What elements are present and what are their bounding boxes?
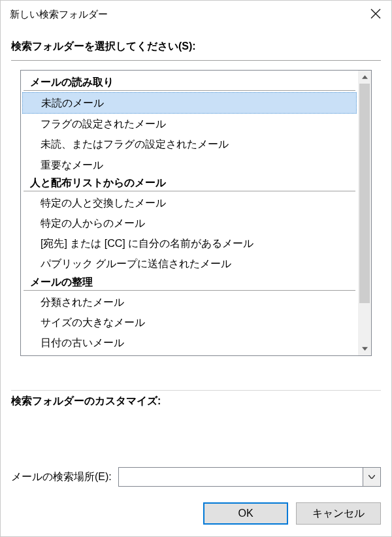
search-location-row: メールの検索場所(E): [1, 415, 391, 491]
search-location-combobox[interactable] [118, 467, 381, 487]
scroll-down-button[interactable] [358, 342, 371, 355]
list-item[interactable]: [宛先] または [CC] に自分の名前があるメール [22, 233, 357, 253]
close-icon [370, 8, 381, 19]
list-inner: メールの読み取り未読のメールフラグの設定されたメール未読、またはフラグの設定され… [21, 71, 358, 355]
chevron-up-icon [362, 75, 368, 79]
list-item[interactable]: 分類されたメール [22, 292, 357, 312]
customize-label: 検索フォルダーのカスタマイズ: [11, 395, 381, 408]
divider [11, 390, 381, 391]
list-item[interactable]: 日付の古いメール [22, 333, 357, 353]
list-group-header: メールの読み取り [24, 74, 355, 91]
scroll-thumb[interactable] [359, 84, 370, 303]
new-search-folder-dialog: 新しい検索フォルダー 検索フォルダーを選択してください(S): メールの読み取り… [0, 0, 392, 537]
chevron-down-icon [368, 475, 375, 479]
scrollbar[interactable] [358, 71, 371, 355]
select-folder-label: 検索フォルダーを選択してください(S): [11, 40, 381, 54]
search-location-input[interactable] [118, 467, 363, 487]
titlebar: 新しい検索フォルダー [1, 1, 391, 32]
chevron-down-icon [362, 347, 368, 351]
search-folder-list[interactable]: メールの読み取り未読のメールフラグの設定されたメール未読、またはフラグの設定され… [20, 70, 372, 356]
list-group-header: メールの整理 [24, 274, 355, 291]
dialog-content: 検索フォルダーを選択してください(S): メールの読み取り未読のメールフラグの設… [1, 32, 391, 386]
list-item[interactable]: 重要なメール [22, 155, 357, 175]
scroll-track[interactable] [358, 84, 371, 342]
list-item[interactable]: サイズの大きなメール [22, 312, 357, 333]
ok-button[interactable]: OK [203, 502, 288, 525]
list-group-header: 人と配布リストからのメール [24, 175, 355, 191]
close-button[interactable] [364, 6, 387, 23]
customize-section: 検索フォルダーのカスタマイズ: [1, 395, 391, 411]
search-location-label: メールの検索場所(E): [11, 470, 112, 484]
list-group: 人と配布リストからのメール特定の人と交換したメール特定の人からのメール[宛先] … [22, 175, 357, 274]
dialog-buttons: OK キャンセル [1, 495, 391, 536]
list-item[interactable]: 未読のメール [22, 92, 357, 114]
list-group: メールの読み取り未読のメールフラグの設定されたメール未読、またはフラグの設定され… [22, 74, 357, 175]
cancel-button[interactable]: キャンセル [296, 502, 381, 525]
dialog-title: 新しい検索フォルダー [10, 8, 108, 21]
list-group: メールの整理分類されたメールサイズの大きなメール日付の古いメール添付ファイルのあ… [22, 274, 357, 356]
list-item[interactable]: 特定の人と交換したメール [22, 193, 357, 213]
list-item[interactable]: 特定の人からのメール [22, 213, 357, 233]
scroll-up-button[interactable] [358, 71, 371, 84]
list-item[interactable]: パブリック グループに送信されたメール [22, 253, 357, 274]
divider [11, 60, 381, 61]
combobox-dropdown-button[interactable] [363, 467, 381, 487]
list-item[interactable]: フラグの設定されたメール [22, 114, 357, 134]
list-item[interactable]: 添付ファイルのあるメール [22, 353, 357, 355]
list-item[interactable]: 未読、またはフラグの設定されたメール [22, 134, 357, 154]
